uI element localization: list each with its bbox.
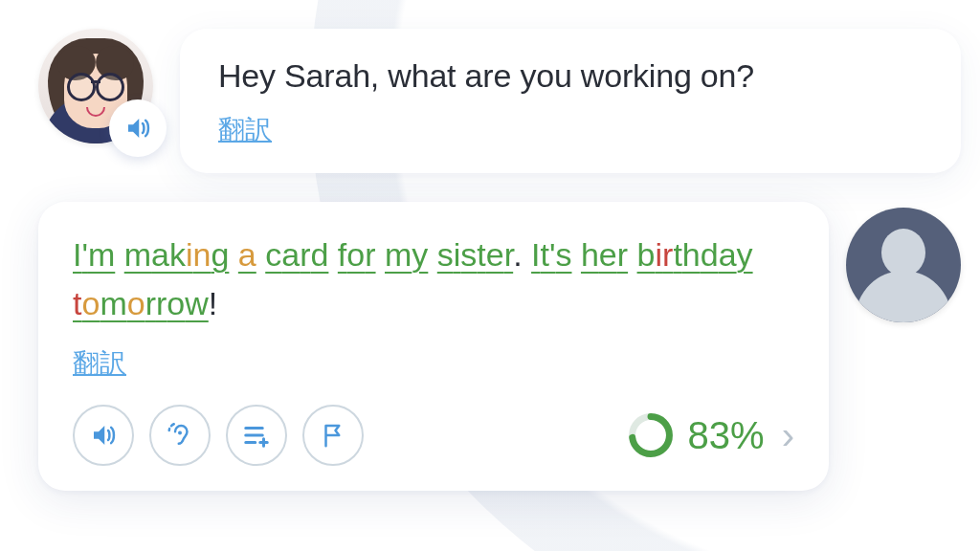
- speaker-icon: [89, 421, 118, 450]
- user-message-row: I'm making a card for my sister. It's he…: [38, 202, 961, 491]
- listen-button[interactable]: [149, 405, 211, 466]
- word[interactable]: sister: [437, 236, 513, 273]
- bot-message-text: Hey Sarah, what are you working on?: [218, 57, 923, 95]
- score-percent: 83%: [688, 414, 765, 457]
- punctuation: !: [209, 285, 217, 321]
- word[interactable]: making: [124, 236, 230, 273]
- word[interactable]: I'm: [73, 236, 115, 273]
- controls-row: 83% ›: [73, 405, 794, 466]
- chevron-right-icon: ›: [778, 414, 794, 457]
- punctuation: .: [513, 236, 531, 273]
- translate-link[interactable]: 翻訳: [73, 345, 126, 382]
- ear-icon: [166, 421, 194, 450]
- add-to-list-icon: [242, 421, 271, 450]
- translate-link[interactable]: 翻訳: [218, 112, 272, 148]
- word[interactable]: a: [238, 236, 256, 273]
- bot-avatar-container: [38, 29, 163, 153]
- add-to-list-button[interactable]: [226, 405, 287, 466]
- word[interactable]: tomorrow: [73, 285, 209, 321]
- user-avatar: [846, 208, 961, 322]
- flag-icon: [319, 421, 347, 450]
- score-donut-icon: [627, 411, 675, 459]
- bot-message-row: Hey Sarah, what are you working on? 翻訳: [38, 29, 961, 173]
- score-button[interactable]: 83% ›: [627, 411, 794, 459]
- speaker-icon: [123, 114, 152, 143]
- word[interactable]: birthday: [637, 236, 753, 273]
- word[interactable]: her: [581, 236, 628, 273]
- word[interactable]: my: [385, 236, 428, 273]
- play-audio-button[interactable]: [73, 405, 134, 466]
- word[interactable]: for: [338, 236, 376, 273]
- svg-point-0: [178, 431, 182, 435]
- word[interactable]: It's: [531, 236, 571, 273]
- pronunciation-phrase: I'm making a card for my sister. It's he…: [73, 231, 794, 328]
- bot-message-bubble: Hey Sarah, what are you working on? 翻訳: [180, 29, 961, 173]
- play-audio-button[interactable]: [109, 99, 167, 157]
- word[interactable]: card: [265, 236, 328, 273]
- flag-button[interactable]: [302, 405, 364, 466]
- user-message-bubble: I'm making a card for my sister. It's he…: [38, 202, 829, 491]
